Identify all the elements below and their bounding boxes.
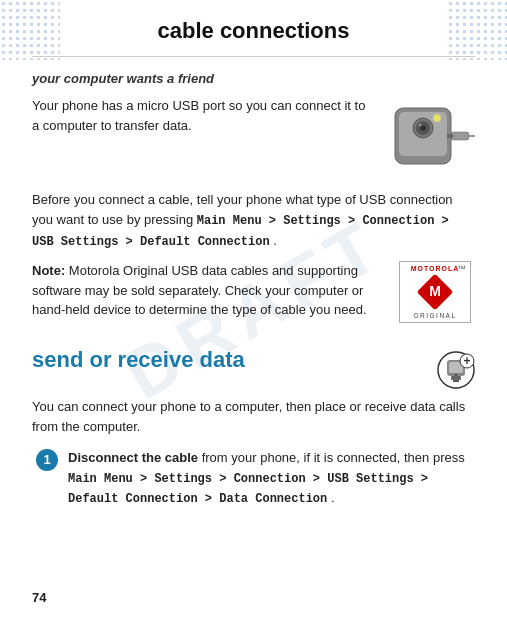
step1-number: 1 (36, 449, 58, 471)
note-block: Note: Motorola Original USB data cables … (32, 261, 475, 331)
svg-rect-8 (447, 134, 453, 138)
svg-text:+: + (463, 354, 470, 368)
motorola-logo: MOTOROLA (411, 265, 460, 272)
motorola-badge: ™ MOTOROLA M ORIGINAL (395, 261, 475, 331)
note-body: Motorola Original USB data cables and su… (32, 263, 367, 317)
svg-rect-16 (451, 376, 461, 380)
step1-bold: Disconnect the cable (68, 450, 198, 465)
note-text: Note: Motorola Original USB data cables … (32, 261, 381, 320)
motorola-original-text: ORIGINAL (413, 312, 456, 319)
step1-text: from your phone, if it is connected, the… (202, 450, 465, 465)
step1-nav: Main Menu > Settings > Connection > USB … (68, 472, 428, 507)
motorola-badge-inner: ™ MOTOROLA M ORIGINAL (399, 261, 471, 323)
svg-point-5 (419, 124, 422, 127)
intro-text: Your phone has a micro USB port so you c… (32, 96, 375, 135)
svg-text:M: M (429, 283, 441, 299)
section1-subtitle: your computer wants a friend (32, 71, 475, 86)
svg-rect-7 (451, 132, 469, 140)
intro-block: Your phone has a micro USB port so you c… (32, 96, 475, 180)
section2-intro: You can connect your phone to a computer… (32, 397, 475, 437)
step1-content: Disconnect the cable from your phone, if… (68, 448, 475, 509)
para1: Before you connect a cable, tell your ph… (32, 190, 475, 251)
step1-end: . (331, 490, 335, 505)
phone-illustration (385, 100, 475, 180)
section2-phone-usb-icon: + (437, 351, 475, 389)
note-label: Note: (32, 263, 65, 278)
svg-rect-17 (453, 380, 459, 382)
tm-mark: ™ (457, 264, 466, 274)
page-number: 74 (32, 590, 46, 605)
section2-header: send or receive data (32, 347, 431, 373)
svg-point-6 (433, 114, 441, 122)
motorola-diamond-icon: M (417, 274, 453, 310)
page-title: cable connections (32, 0, 475, 57)
step1-row: 1 Disconnect the cable from your phone, … (32, 448, 475, 509)
para1-end: . (273, 233, 277, 248)
